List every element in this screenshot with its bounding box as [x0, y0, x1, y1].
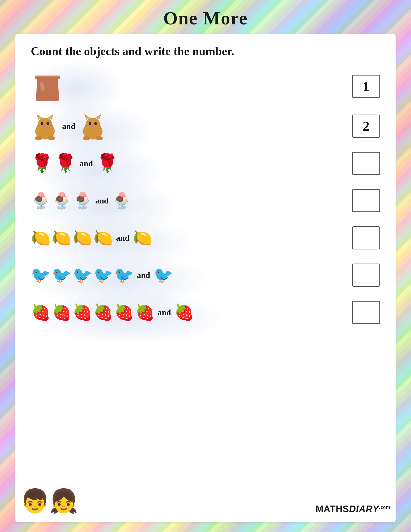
brand-com: .com	[379, 504, 390, 510]
row-cats: and	[31, 109, 380, 143]
brand-diary: DIARY	[349, 504, 379, 514]
strawberry-6: 🍓	[135, 304, 155, 320]
pot-icon	[31, 66, 64, 107]
answer-box-roses[interactable]	[352, 152, 380, 175]
icecream-1: 🍨	[31, 193, 51, 209]
answer-box-pot[interactable]: 1	[352, 75, 380, 98]
row-icecream: 🍨 🍨 🍨 and 🍨	[31, 184, 380, 217]
row-birds: 🐦 🐦 🐦 🐦 🐦 and 🐦	[31, 258, 380, 292]
banana-4: 🍋	[93, 230, 113, 246]
white-card: Count the objects and write the number. …	[15, 34, 396, 522]
strawberry-4: 🍓	[93, 304, 113, 320]
and-text-strawberries: and	[158, 308, 171, 317]
svg-rect-2	[35, 76, 60, 77]
svg-point-10	[46, 122, 49, 125]
strawberry-1: 🍓	[31, 304, 51, 320]
icecream-4: 🍨	[112, 193, 132, 209]
bird-6: 🐦	[153, 267, 173, 283]
answer-box-cats[interactable]: 2	[352, 115, 380, 138]
icecream-3: 🍨	[72, 193, 92, 209]
kids-character: 👦👧	[21, 488, 78, 515]
objects-area-strawberries: 🍓 🍓 🍓 🍓 🍓 🍓 and 🍓	[31, 304, 194, 320]
objects-area-cats: and	[31, 112, 107, 140]
page-title: One More	[0, 0, 411, 34]
brand-maths: MATHS	[316, 504, 349, 514]
cat-icon-1	[31, 112, 59, 140]
strawberry-3: 🍓	[72, 304, 92, 320]
strawberry-2: 🍓	[52, 304, 71, 320]
svg-point-31	[83, 136, 90, 140]
strawberry-5: 🍓	[114, 304, 134, 320]
row-pot: 1	[31, 66, 380, 107]
bird-5: 🐦	[114, 267, 134, 283]
brand-logo: MATHSDIARY.com	[316, 504, 390, 515]
instruction-text: Count the objects and write the number.	[31, 44, 380, 58]
and-text-bananas: and	[116, 233, 129, 243]
bird-1: 🐦	[31, 267, 51, 283]
banana-1: 🍋	[31, 230, 51, 246]
objects-area-birds: 🐦 🐦 🐦 🐦 🐦 and 🐦	[31, 267, 173, 283]
svg-point-17	[48, 136, 55, 140]
footer: 👦👧 MATHSDIARY.com	[15, 488, 396, 515]
strawberry-7: 🍓	[174, 304, 194, 320]
svg-point-16	[35, 136, 42, 140]
svg-point-25	[94, 122, 97, 125]
rose-2: 🌹	[54, 154, 77, 172]
objects-area-bananas: 🍋 🍋 🍋 🍋 and 🍋	[31, 230, 152, 246]
rose-3: 🌹	[96, 154, 118, 172]
row-roses: 🌹 🌹 and 🌹	[31, 147, 380, 180]
objects-area-icecream: 🍨 🍨 🍨 and 🍨	[31, 193, 132, 209]
and-text-birds: and	[137, 270, 150, 280]
rose-1: 🌹	[31, 154, 53, 172]
svg-point-19	[86, 118, 100, 131]
svg-point-32	[96, 136, 103, 140]
bird-3: 🐦	[72, 267, 92, 283]
answer-box-icecream[interactable]	[352, 189, 380, 212]
svg-point-24	[89, 122, 91, 125]
and-text-cats: and	[62, 122, 76, 131]
svg-point-9	[41, 122, 43, 125]
row-bananas: 🍋 🍋 🍋 🍋 and 🍋	[31, 221, 380, 255]
and-text-roses: and	[80, 159, 93, 168]
banana-3: 🍋	[72, 230, 92, 246]
banana-5: 🍋	[133, 230, 152, 246]
icecream-2: 🍨	[52, 193, 71, 209]
cat-icon-2	[79, 112, 107, 140]
answer-box-bananas[interactable]	[352, 226, 380, 249]
and-text-icecream: and	[95, 196, 109, 206]
banana-2: 🍋	[52, 230, 71, 246]
svg-point-11	[44, 125, 46, 127]
answer-box-birds[interactable]	[352, 264, 380, 287]
bird-2: 🐦	[52, 267, 71, 283]
bird-4: 🐦	[93, 267, 113, 283]
row-strawberries: 🍓 🍓 🍓 🍓 🍓 🍓 and 🍓	[31, 296, 380, 329]
svg-point-4	[38, 118, 52, 131]
objects-area-roses: 🌹 🌹 and 🌹	[31, 154, 118, 172]
objects-area-pot	[31, 66, 64, 107]
svg-point-26	[92, 125, 94, 127]
answer-box-strawberries[interactable]	[352, 301, 380, 324]
